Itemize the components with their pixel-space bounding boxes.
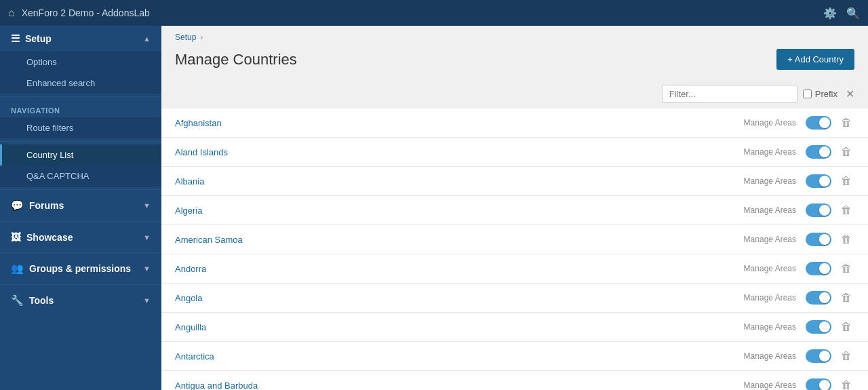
manage-areas-link[interactable]: Manage Areas	[744, 176, 796, 186]
table-row: Afghanistan Manage Areas 🗑	[161, 109, 868, 138]
table-row: Angola Manage Areas 🗑	[161, 284, 868, 313]
sidebar-section-forums-label: Forums	[29, 200, 64, 211]
sidebar-navigation-label: Navigation	[0, 100, 161, 117]
search-icon[interactable]: 🔍	[846, 7, 860, 20]
country-toggle[interactable]	[806, 262, 831, 275]
table-row: Andorra Manage Areas 🗑	[161, 254, 868, 284]
country-name[interactable]: Afghanistan	[175, 118, 744, 128]
table-row: American Samoa Manage Areas 🗑	[161, 225, 868, 254]
toggle-thumb	[819, 292, 830, 303]
toggle-thumb	[819, 351, 830, 362]
home-icon[interactable]: ⌂	[8, 7, 15, 19]
table-row: Antarctica Manage Areas 🗑	[161, 342, 868, 371]
showcase-chevron: ▼	[143, 233, 151, 241]
sidebar-item-route-filters[interactable]: Route filters	[0, 117, 161, 138]
tools-chevron: ▼	[143, 296, 151, 305]
delete-icon[interactable]: 🗑	[838, 319, 854, 334]
filter-input[interactable]	[662, 85, 797, 103]
content-area: Setup › Manage Countries + Add Country P…	[161, 26, 868, 390]
country-toggle[interactable]	[806, 145, 831, 159]
setup-chevron: ▲	[143, 35, 151, 43]
manage-areas-link[interactable]: Manage Areas	[744, 206, 796, 215]
breadcrumb-parent[interactable]: Setup	[175, 33, 196, 42]
tools-icon: 🔧	[11, 294, 24, 307]
sidebar-section-tools[interactable]: 🔧 Tools ▼	[0, 288, 161, 313]
manage-areas-link[interactable]: Manage Areas	[744, 322, 796, 332]
sidebar-section-setup[interactable]: ☰ Setup ▲	[0, 26, 161, 52]
manage-areas-link[interactable]: Manage Areas	[744, 264, 796, 273]
sidebar-navigation-items: Route filters	[0, 117, 161, 138]
manage-areas-link[interactable]: Manage Areas	[744, 381, 796, 390]
country-toggle[interactable]	[806, 378, 831, 390]
delete-icon[interactable]: 🗑	[838, 144, 854, 159]
country-name[interactable]: Anguilla	[175, 322, 744, 332]
manage-areas-link[interactable]: Manage Areas	[744, 118, 796, 128]
sidebar-divider-2	[0, 141, 161, 142]
table-row: Anguilla Manage Areas 🗑	[161, 313, 868, 342]
main-layout: ☰ Setup ▲ Options Enhanced search Naviga…	[0, 26, 868, 390]
sidebar-section-groups[interactable]: 👥 Groups & permissions ▼	[0, 256, 161, 281]
table-row: Aland Islands Manage Areas 🗑	[161, 138, 868, 167]
sidebar-divider-5	[0, 252, 161, 253]
country-toggle[interactable]	[806, 320, 831, 334]
countries-list: Afghanistan Manage Areas 🗑 Aland Islands…	[161, 109, 868, 390]
country-toggle[interactable]	[806, 174, 831, 188]
toggle-thumb	[819, 380, 830, 390]
forums-chevron: ▼	[143, 201, 151, 210]
country-name[interactable]: Angola	[175, 293, 744, 303]
page-header: Manage Countries + Add Country	[161, 46, 868, 79]
sidebar-section-setup-label: Setup	[25, 33, 52, 44]
country-name[interactable]: Antarctica	[175, 351, 744, 362]
country-name[interactable]: Antigua and Barbuda	[175, 381, 744, 391]
country-name[interactable]: Algeria	[175, 206, 744, 216]
toggle-thumb	[819, 176, 830, 187]
add-country-button[interactable]: + Add Country	[776, 49, 854, 70]
settings-icon[interactable]: ⚙️	[823, 7, 837, 20]
sidebar-item-options[interactable]: Options	[0, 52, 161, 73]
country-name[interactable]: Andorra	[175, 264, 744, 274]
country-name[interactable]: Aland Islands	[175, 147, 744, 157]
toggle-thumb	[819, 147, 830, 157]
delete-icon[interactable]: 🗑	[838, 115, 854, 130]
manage-areas-link[interactable]: Manage Areas	[744, 147, 796, 157]
delete-icon[interactable]: 🗑	[838, 290, 854, 305]
delete-icon[interactable]: 🗑	[838, 203, 854, 218]
delete-icon[interactable]: 🗑	[838, 261, 854, 276]
delete-icon[interactable]: 🗑	[838, 232, 854, 247]
manage-areas-link[interactable]: Manage Areas	[744, 293, 796, 303]
sidebar-item-country-list[interactable]: Country List	[0, 144, 161, 165]
delete-icon[interactable]: 🗑	[838, 349, 854, 364]
table-row: Algeria Manage Areas 🗑	[161, 196, 868, 225]
manage-areas-link[interactable]: Manage Areas	[744, 351, 796, 361]
sidebar-divider-1	[0, 96, 161, 97]
filter-bar: Prefix ✕	[161, 79, 868, 109]
manage-areas-link[interactable]: Manage Areas	[744, 235, 796, 244]
country-name[interactable]: Albania	[175, 176, 744, 187]
sidebar-section-groups-label: Groups & permissions	[29, 263, 131, 274]
groups-icon: 👥	[11, 262, 24, 275]
country-toggle[interactable]	[806, 349, 831, 363]
sidebar-divider-4	[0, 221, 161, 222]
sidebar-section-tools-label: Tools	[29, 295, 54, 306]
prefix-label: Prefix	[803, 89, 837, 99]
delete-icon[interactable]: 🗑	[838, 174, 854, 189]
sidebar-divider-3	[0, 189, 161, 190]
country-name[interactable]: American Samoa	[175, 235, 744, 245]
country-toggle[interactable]	[806, 291, 831, 305]
showcase-icon: 🖼	[11, 231, 21, 243]
forums-icon: 💬	[11, 199, 24, 212]
country-toggle[interactable]	[806, 203, 831, 217]
sidebar-item-enhanced-search[interactable]: Enhanced search	[0, 73, 161, 94]
topbar-icons: ⚙️ 🔍	[823, 7, 860, 20]
prefix-checkbox[interactable]	[803, 90, 812, 98]
filter-close-icon[interactable]: ✕	[846, 87, 854, 100]
sidebar-item-qa-captcha[interactable]: Q&A CAPTCHA	[0, 165, 161, 187]
country-toggle[interactable]	[806, 233, 831, 246]
sidebar-section-forums[interactable]: 💬 Forums ▼	[0, 193, 161, 218]
toggle-thumb	[819, 263, 830, 274]
country-toggle[interactable]	[806, 116, 831, 130]
groups-chevron: ▼	[143, 265, 151, 273]
setup-icon: ☰	[11, 33, 20, 45]
delete-icon[interactable]: 🗑	[838, 378, 854, 390]
sidebar-section-showcase[interactable]: 🖼 Showcase ▼	[0, 225, 161, 250]
